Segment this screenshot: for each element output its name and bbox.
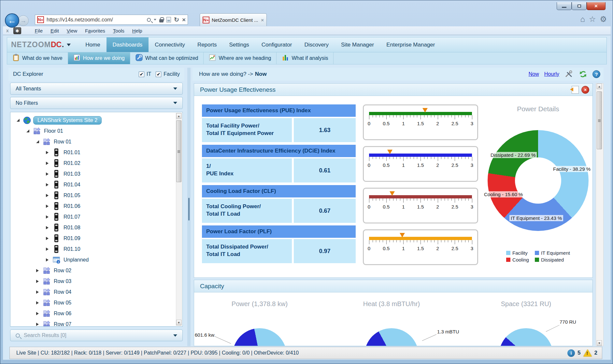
tree-collapsed-icon[interactable] [44, 215, 50, 219]
nav-item-reports[interactable]: Reports [191, 37, 223, 52]
scroll-down-icon[interactable]: ▼ [597, 340, 602, 346]
menu-tools[interactable]: Tools [110, 27, 128, 34]
tree-collapsed-icon[interactable] [44, 194, 50, 197]
scroll-up-icon[interactable]: ▲ [176, 113, 181, 119]
tree-item-row-04[interactable]: Row 04 [10, 287, 182, 297]
tools-icon[interactable] [564, 70, 574, 78]
tree-item-r01-10[interactable]: R01.10 [10, 244, 182, 254]
menu-favorites[interactable]: Favorites [82, 27, 108, 34]
home-icon[interactable]: ⌂ [580, 15, 585, 24]
warning-icon[interactable] [583, 349, 592, 357]
tree-item-r01-04[interactable]: R01.04 [10, 179, 182, 190]
tree-item-row-07[interactable]: Row 07 [10, 319, 182, 327]
tree-item-row-02[interactable]: Row 02 [10, 265, 182, 276]
forward-button[interactable]: → [18, 15, 29, 26]
browser-tab[interactable]: N» NetZoomDC Client ... × [200, 13, 267, 26]
favorites-star-icon[interactable]: ☆ [589, 15, 596, 24]
gauge-pointer-icon[interactable] [400, 233, 405, 237]
settings-gear-icon[interactable]: ⚙ [600, 15, 607, 24]
help-icon[interactable]: ? [592, 70, 600, 78]
nav-item-enterprise-manager[interactable]: Enterprise Manager [380, 37, 441, 52]
tree-item-row-03[interactable]: Row 03 [10, 276, 182, 287]
hourly-link[interactable]: Hourly [544, 71, 559, 77]
nav-item-home[interactable]: Home [79, 37, 106, 52]
subtab-how-are-we-doing[interactable]: How are we doing [68, 52, 130, 64]
tree-item-lanshark-systems-site-2[interactable]: LANShark Systems Site 2 [10, 115, 182, 126]
title-bar[interactable]: × [0, 0, 613, 13]
refresh-icon[interactable]: ↻ [174, 16, 179, 23]
tree-collapsed-icon[interactable] [44, 205, 50, 208]
tree-collapsed-icon[interactable] [44, 258, 50, 262]
nav-item-dashboards[interactable]: Dashboards [107, 37, 149, 52]
subtab-what-if-analysis[interactable]: What if analysis [277, 52, 334, 64]
filter-dropdown[interactable]: No Filters [10, 97, 183, 109]
search-dropdown-icon[interactable] [154, 19, 156, 20]
tree-collapsed-icon[interactable] [35, 323, 40, 326]
quick-tabs-icon[interactable]: ✱ [13, 27, 21, 34]
refresh-icon[interactable] [579, 70, 587, 78]
nav-item-configurator[interactable]: Configurator [255, 37, 298, 52]
tree-collapsed-icon[interactable] [44, 248, 50, 251]
tree-collapsed-icon[interactable] [44, 172, 50, 176]
url-text[interactable]: https://v14s.netzoomdc.com/ [47, 17, 147, 23]
tree-item-r01-01[interactable]: R01.01 [10, 147, 182, 158]
it-checkbox[interactable]: ✔ [139, 72, 144, 77]
tree-item-unplanned[interactable]: 2Unplanned [10, 254, 182, 265]
tenant-dropdown[interactable]: All Tenants [10, 83, 183, 95]
address-bar[interactable]: N» https://v14s.netzoomdc.com/ ↻ × [35, 15, 188, 25]
tree-collapsed-icon[interactable] [35, 290, 40, 294]
tree-scrollbar-thumb[interactable] [176, 120, 181, 182]
maximize-button[interactable] [572, 2, 587, 10]
tree-collapsed-icon[interactable] [44, 226, 50, 229]
menu-edit[interactable]: Edit [47, 27, 62, 34]
panel-close-icon[interactable]: × [581, 86, 589, 94]
nav-item-discovery[interactable]: Discovery [298, 37, 335, 52]
scroll-up-icon[interactable]: ▲ [597, 84, 602, 89]
subtab-where-are-we-heading[interactable]: Where are we heading [204, 52, 277, 64]
tree-collapsed-icon[interactable] [35, 269, 40, 272]
tree-collapsed-icon[interactable] [35, 280, 40, 283]
tree-item-row-01[interactable]: Row 01 [10, 136, 182, 147]
tree-item-row-05[interactable]: Row 05 [10, 297, 182, 308]
tree-expanded-icon[interactable] [15, 119, 21, 122]
facility-checkbox[interactable]: ✔ [156, 72, 161, 77]
stop-icon[interactable]: × [182, 16, 186, 23]
tree-item-row-06[interactable]: Row 06 [10, 308, 182, 319]
tree-collapsed-icon[interactable] [35, 301, 40, 304]
gauge-pointer-icon[interactable] [422, 108, 428, 113]
subtab-what-can-be-optimized[interactable]: What can be optimized [130, 52, 204, 64]
scroll-down-icon[interactable]: ▼ [176, 320, 181, 325]
logo-dropdown-icon[interactable] [67, 44, 71, 46]
tree-item-r01-03[interactable]: R01.03 [10, 169, 182, 179]
tree-collapsed-icon[interactable] [44, 162, 50, 165]
nav-item-settings[interactable]: Settings [223, 37, 255, 52]
close-button[interactable]: × [587, 2, 606, 10]
search-icon[interactable] [147, 18, 151, 22]
netzoomdc-logo[interactable]: NETZOOMDC [11, 40, 64, 49]
nav-item-site-manager[interactable]: Site Manager [335, 37, 380, 52]
tree-item-r01-02[interactable]: R01.02 [10, 158, 182, 169]
tree-collapsed-icon[interactable] [35, 312, 40, 315]
page-scrollbar[interactable]: ▲ ▼ [596, 83, 604, 346]
export-icon[interactable] [572, 86, 579, 94]
gauge-pointer-icon[interactable] [390, 191, 395, 196]
tree-expanded-icon[interactable] [25, 129, 31, 132]
menu-help[interactable]: Help [129, 27, 146, 34]
info-icon[interactable]: i [567, 349, 575, 357]
search-results-bar[interactable]: Search Results [0] [10, 330, 183, 341]
back-button[interactable]: ← [5, 13, 19, 28]
nav-item-connectivity[interactable]: Connectivity [149, 37, 191, 52]
tree-item-r01-08[interactable]: R01.08 [10, 222, 182, 233]
toolbar-close-icon[interactable]: x [6, 28, 9, 33]
tree-collapsed-icon[interactable] [44, 237, 50, 240]
tree-item-r01-07[interactable]: R01.07 [10, 211, 182, 222]
tree-scrollbar[interactable]: ▲ ▼ [176, 113, 182, 326]
tree-expanded-icon[interactable] [35, 140, 40, 143]
minimize-button[interactable] [557, 2, 572, 10]
tree-item-floor-01[interactable]: Floor 01 [10, 126, 182, 136]
menu-view[interactable]: View [64, 27, 80, 34]
subtab-what-do-we-have[interactable]: What do we have [7, 52, 68, 64]
page-scrollbar-thumb[interactable] [597, 91, 602, 149]
menu-file[interactable]: File [32, 27, 46, 34]
tree-item-r01-06[interactable]: R01.06 [10, 201, 182, 211]
